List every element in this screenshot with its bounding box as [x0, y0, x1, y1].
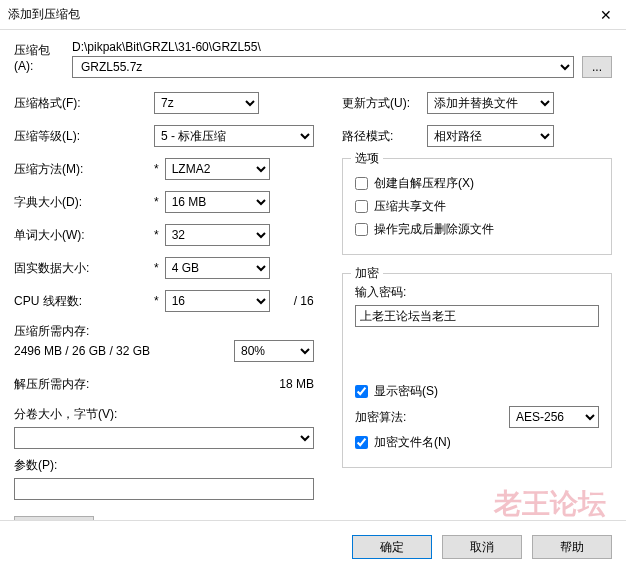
options-group: 选项 创建自解压程序(X) 压缩共享文件 操作完成后删除源文件: [342, 158, 612, 255]
archive-path-display: D:\pikpak\Bit\GRZL\31-60\GRZL55\: [72, 40, 612, 54]
mem-compress-pct-select[interactable]: 80%: [234, 340, 314, 362]
encrypt-filenames-checkbox[interactable]: [355, 436, 368, 449]
word-label: 单词大小(W):: [14, 227, 154, 244]
dict-select[interactable]: 16 MB: [165, 191, 270, 213]
pathmode-select[interactable]: 相对路径: [427, 125, 554, 147]
encrypt-group-title: 加密: [351, 265, 383, 282]
method-bullet: *: [154, 162, 159, 176]
titlebar: 添加到压缩包 ✕: [0, 0, 626, 30]
split-label: 分卷大小，字节(V):: [14, 406, 314, 423]
level-label: 压缩等级(L):: [14, 128, 154, 145]
sfx-label: 创建自解压程序(X): [374, 175, 474, 192]
cancel-button[interactable]: 取消: [442, 535, 522, 559]
archive-label: 压缩包(A):: [14, 40, 64, 73]
algo-label: 加密算法:: [355, 409, 499, 426]
delete-checkbox[interactable]: [355, 223, 368, 236]
dict-label: 字典大小(D):: [14, 194, 154, 211]
pathmode-label: 路径模式:: [342, 128, 427, 145]
delete-label: 操作完成后删除源文件: [374, 221, 494, 238]
sfx-checkbox-row[interactable]: 创建自解压程序(X): [355, 175, 599, 192]
delete-checkbox-row[interactable]: 操作完成后删除源文件: [355, 221, 599, 238]
update-label: 更新方式(U):: [342, 95, 427, 112]
help-button[interactable]: 帮助: [532, 535, 612, 559]
solid-bullet: *: [154, 261, 159, 275]
update-select[interactable]: 添加并替换文件: [427, 92, 554, 114]
password-label: 输入密码:: [355, 284, 599, 301]
params-label: 参数(P):: [14, 457, 314, 474]
share-label: 压缩共享文件: [374, 198, 446, 215]
algo-select[interactable]: AES-256: [509, 406, 599, 428]
encrypt-group: 加密 输入密码: 显示密码(S) 加密算法: AES-256 加密文件名(N): [342, 273, 612, 468]
dict-bullet: *: [154, 195, 159, 209]
ok-button[interactable]: 确定: [352, 535, 432, 559]
format-select[interactable]: 7z: [154, 92, 259, 114]
split-select[interactable]: [14, 427, 314, 449]
word-bullet: *: [154, 228, 159, 242]
password-input[interactable]: [355, 305, 599, 327]
mem-decompress-label: 解压所需内存:: [14, 376, 154, 393]
show-password-row[interactable]: 显示密码(S): [355, 383, 599, 400]
options-group-title: 选项: [351, 150, 383, 167]
sfx-checkbox[interactable]: [355, 177, 368, 190]
window-title: 添加到压缩包: [8, 6, 80, 23]
show-password-label: 显示密码(S): [374, 383, 438, 400]
browse-button[interactable]: ...: [582, 56, 612, 78]
method-select[interactable]: LZMA2: [165, 158, 270, 180]
share-checkbox[interactable]: [355, 200, 368, 213]
close-icon[interactable]: ✕: [586, 0, 626, 30]
cpu-bullet: *: [154, 294, 159, 308]
cpu-select[interactable]: 16: [165, 290, 270, 312]
format-label: 压缩格式(F):: [14, 95, 154, 112]
mem-compress-label: 压缩所需内存:: [14, 323, 314, 340]
mem-compress-value: 2496 MB / 26 GB / 32 GB: [14, 344, 150, 358]
show-password-checkbox[interactable]: [355, 385, 368, 398]
cpu-label: CPU 线程数:: [14, 293, 154, 310]
mem-decompress-value: 18 MB: [154, 377, 314, 391]
archive-filename-select[interactable]: GRZL55.7z: [72, 56, 574, 78]
level-select[interactable]: 5 - 标准压缩: [154, 125, 314, 147]
params-input[interactable]: [14, 478, 314, 500]
method-label: 压缩方法(M):: [14, 161, 154, 178]
share-checkbox-row[interactable]: 压缩共享文件: [355, 198, 599, 215]
encrypt-filenames-row[interactable]: 加密文件名(N): [355, 434, 599, 451]
solid-select[interactable]: 4 GB: [165, 257, 270, 279]
solid-label: 固实数据大小:: [14, 260, 154, 277]
encrypt-filenames-label: 加密文件名(N): [374, 434, 451, 451]
word-select[interactable]: 32: [165, 224, 270, 246]
button-bar: 确定 取消 帮助: [0, 520, 626, 573]
cpu-max: / 16: [294, 294, 314, 308]
